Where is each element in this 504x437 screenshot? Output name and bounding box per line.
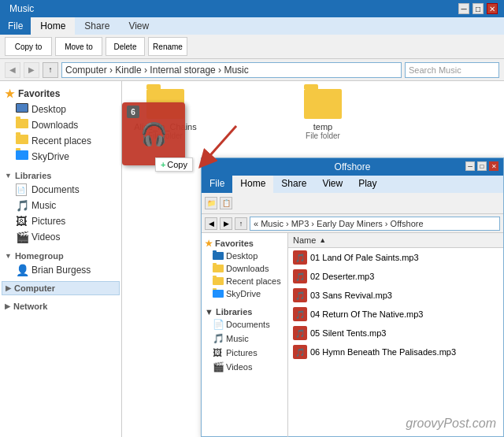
sidebar-item-recent[interactable]: Recent places: [0, 133, 121, 149]
skydrive-icon: [16, 150, 28, 163]
win2-copy-btn[interactable]: 📋: [220, 197, 232, 209]
folder-icon-temp: [304, 89, 342, 119]
tab-share[interactable]: Share: [75, 17, 119, 35]
sidebar-libraries-header[interactable]: ▼ Libraries: [0, 168, 121, 182]
track-icon-1: 🎵: [293, 250, 307, 265]
win2-expand-icon: ▼: [205, 307, 213, 317]
win2-docs-icon: 📄: [213, 319, 224, 330]
win2-tab-view[interactable]: View: [314, 176, 350, 193]
track-item-6[interactable]: 🎵 06 Hymn Beneath The Palisades.mp3: [288, 343, 503, 361]
sidebar-item-music[interactable]: 🎵 Music: [0, 198, 121, 213]
col-header-name: Name ▲: [288, 233, 503, 248]
win2-sidebar-skydrive[interactable]: SkyDrive: [202, 287, 287, 300]
track-item-3[interactable]: 🎵 03 Sans Revival.mp3: [288, 286, 503, 305]
close-button[interactable]: ✕: [487, 3, 498, 14]
win2-downloads-icon: [213, 265, 224, 272]
win2-tab-share[interactable]: Share: [273, 176, 314, 193]
sidebar-computer: ▶ Computer: [0, 281, 121, 295]
sidebar-item-downloads[interactable]: Downloads: [0, 117, 121, 133]
tab-view[interactable]: View: [119, 17, 158, 35]
sidebar-favorites-header[interactable]: ★ Favorites: [0, 86, 121, 102]
win2-title: Offshore: [335, 161, 371, 172]
track-name-6: 06 Hymn Beneath The Palisades.mp3: [310, 347, 456, 357]
drag-card-number: 6: [127, 106, 139, 118]
documents-icon: 📄: [16, 183, 28, 196]
desktop-icon: [16, 103, 28, 116]
track-item-4[interactable]: 🎵 04 Return Of The Native.mp3: [288, 305, 503, 324]
sidebar-homegroup-header[interactable]: ▼ Homegroup: [0, 248, 121, 262]
win2-maximize[interactable]: □: [477, 161, 487, 171]
win2-sidebar-music[interactable]: 🎵 Music: [202, 331, 287, 346]
ribbon-tabs: File Home Share View: [0, 17, 504, 35]
copy-to-button[interactable]: Copy to: [5, 37, 52, 56]
win2-desktop-icon: [213, 252, 224, 260]
red-arrow: [181, 118, 244, 173]
win2-forward[interactable]: ▶: [220, 217, 232, 230]
address-path[interactable]: Computer › Kindle › Internal storage › M…: [61, 62, 402, 78]
win2-tab-home[interactable]: Home: [232, 176, 273, 193]
rename-button[interactable]: Rename: [148, 37, 187, 56]
downloads-icon: [16, 119, 28, 131]
recent-icon: [16, 135, 28, 147]
title-bar: Music ─ □ ✕: [0, 0, 504, 17]
sidebar-computer-header[interactable]: ▶ Computer: [2, 281, 120, 295]
win2-tabs: File Home Share View Play: [202, 176, 503, 193]
win2-back[interactable]: ◀: [205, 217, 217, 230]
minimize-button[interactable]: ─: [458, 3, 469, 14]
sidebar-item-videos[interactable]: 🎬 Videos: [0, 229, 121, 245]
tab-file[interactable]: File: [0, 17, 31, 35]
folder-temp[interactable]: temp File folder: [287, 89, 358, 140]
tab-home[interactable]: Home: [31, 17, 75, 35]
win2-path[interactable]: « Music › MP3 › Early Day Miners › Offsh…: [250, 217, 500, 231]
track-item-5[interactable]: 🎵 05 Silent Tents.mp3: [288, 324, 503, 343]
sidebar-item-desktop[interactable]: Desktop: [0, 102, 121, 117]
up-button[interactable]: ↑: [43, 62, 58, 78]
sidebar-item-pictures[interactable]: 🖼 Pictures: [0, 213, 121, 229]
watermark: groovyPost.com: [406, 417, 496, 431]
win2-new-folder-btn[interactable]: 📁: [205, 197, 217, 209]
sidebar-item-documents[interactable]: 📄 Documents: [0, 182, 121, 198]
star-icon: ★: [5, 87, 15, 100]
track-item-1[interactable]: 🎵 01 Land Of Pale Saints.mp3: [288, 248, 503, 267]
videos-icon: 🎬: [16, 231, 28, 243]
win2-sidebar-pictures[interactable]: 🖼 Pictures: [202, 346, 287, 360]
win2-ribbon: File Home Share View Play 📁 📋: [202, 176, 503, 214]
track-name-4: 04 Return Of The Native.mp3: [310, 309, 423, 319]
win2-sidebar-documents[interactable]: 📄 Documents: [202, 317, 287, 331]
track-icon-5: 🎵: [293, 326, 307, 340]
sidebar-item-brianburgess[interactable]: 👤 Brian Burgess: [0, 262, 121, 278]
sidebar-network-header[interactable]: ▶ Network: [0, 298, 121, 313]
win2-sidebar-recent[interactable]: Recent places: [202, 275, 287, 287]
delete-button[interactable]: Delete: [106, 37, 145, 56]
track-item-2[interactable]: 🎵 02 Deserter.mp3: [288, 267, 503, 286]
headphone-icon: 🎧: [140, 121, 168, 147]
win2-sidebar-videos[interactable]: 🎬 Videos: [202, 360, 287, 374]
move-to-button[interactable]: Move to: [55, 37, 102, 56]
win2-tab-file[interactable]: File: [202, 176, 232, 193]
ribbon-toolbar: Copy to Move to Delete Rename: [0, 35, 504, 58]
folder-name-temp: temp: [313, 122, 332, 131]
win2-titlebar: Offshore ─ □ ✕: [202, 158, 503, 176]
win2-recent-icon: [213, 277, 224, 285]
win2-sidebar-downloads[interactable]: Downloads: [202, 262, 287, 275]
win2-close[interactable]: ✕: [489, 161, 498, 171]
maximize-button[interactable]: □: [472, 3, 484, 14]
win2-address-bar: ◀ ▶ ↑ « Music › MP3 › Early Day Miners ›…: [202, 214, 503, 233]
win2-minimize[interactable]: ─: [465, 161, 475, 171]
svg-line-1: [205, 126, 236, 161]
track-name-5: 05 Silent Tents.mp3: [310, 328, 386, 338]
forward-button[interactable]: ▶: [24, 62, 39, 78]
address-bar: ◀ ▶ ↑ Computer › Kindle › Internal stora…: [0, 59, 504, 81]
search-box[interactable]: Search Music: [405, 62, 499, 78]
back-button[interactable]: ◀: [5, 62, 20, 78]
sidebar-item-skydrive[interactable]: SkyDrive: [0, 149, 121, 165]
ribbon: File Home Share View Copy to Move to Del…: [0, 17, 504, 59]
sidebar-homegroup: ▼ Homegroup 👤 Brian Burgess: [0, 248, 121, 278]
win2-up[interactable]: ↑: [235, 217, 247, 230]
track-icon-6: 🎵: [293, 345, 307, 359]
track-name-1: 01 Land Of Pale Saints.mp3: [310, 253, 419, 262]
win2-sidebar-desktop[interactable]: Desktop: [202, 250, 287, 262]
network-expand-icon: ▶: [5, 302, 10, 310]
win2-sidebar: ★ Favorites Desktop Downloads Recent pla…: [202, 233, 288, 437]
win2-tab-play[interactable]: Play: [350, 176, 384, 193]
